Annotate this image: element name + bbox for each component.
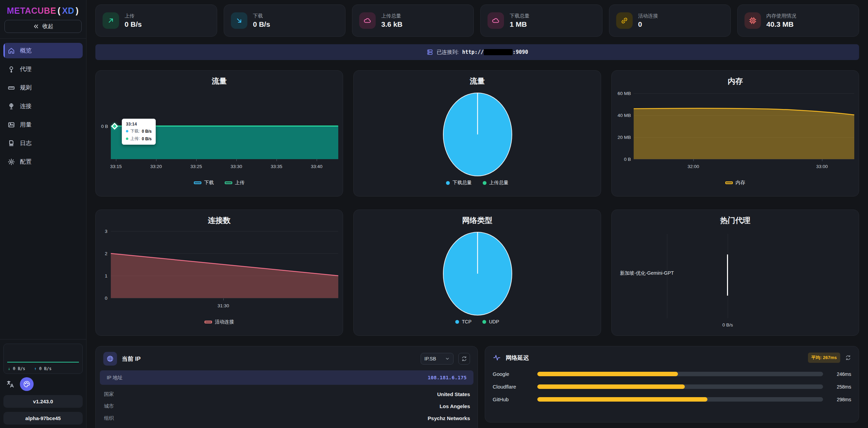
legend-item-tcp[interactable]: TCP [455, 319, 471, 324]
ip-provider-select[interactable]: IP.SB [421, 353, 454, 365]
sidebar-item-usage[interactable]: 用量 [3, 117, 83, 132]
sidebar-item-label: 用量 [20, 121, 32, 129]
sidebar-item-overview[interactable]: 概览 [3, 43, 83, 58]
network-type-pie-chart[interactable]: 网络类型 TCP UDP [353, 210, 601, 336]
cloud-download-icon [488, 12, 504, 29]
latency-bar-track [537, 397, 823, 402]
y-tick-label: 0 B [97, 124, 108, 129]
sidebar-item-label: 连接 [20, 102, 32, 110]
upload-icon [103, 12, 119, 29]
refresh-icon[interactable] [845, 355, 851, 361]
tooltip-row: 下载:0 B/s [126, 128, 152, 134]
sidebar-tools [3, 377, 83, 391]
panel-title: 网络延迟 [506, 354, 529, 362]
chevron-down-icon [445, 356, 450, 361]
legend-item-udp[interactable]: UDP [482, 319, 499, 324]
theme-button[interactable] [20, 377, 34, 391]
sparkline-upload: ↑ 0 B/s [34, 366, 52, 371]
server-icon [426, 49, 433, 56]
current-ip-panel: 当前 IP IP.SB IP 地址 108.181.6.175 [95, 346, 478, 428]
latency-row-google: Google 246ms [485, 368, 859, 380]
refresh-ip-button[interactable] [458, 353, 470, 365]
stat-value: 0 B/s [125, 20, 142, 28]
sidebar-item-label: 代理 [20, 65, 32, 73]
bottom-row: 当前 IP IP.SB IP 地址 108.181.6.175 [95, 346, 859, 428]
dashboard-app: METACUBE ( XD ) 收起 概览 代理 规则 [0, 0, 868, 428]
chart-tooltip: 33:14 下载:0 B/s 上传:0 B/s [122, 119, 156, 145]
ip-label: IP 地址 [107, 374, 122, 381]
stat-value: 40.3 MB [766, 20, 796, 28]
network-globe-icon [8, 103, 15, 110]
sidebar: METACUBE ( XD ) 收起 概览 代理 规则 [0, 0, 86, 428]
sidebar-item-config[interactable]: 配置 [3, 154, 83, 169]
charts-row-2: 连接数 3 2 1 0 31:30 活动连接 [95, 210, 859, 336]
logo-primary: METACUBE [7, 6, 56, 16]
x-tick [116, 159, 116, 161]
connections-chart[interactable]: 连接数 3 2 1 0 31:30 活动连接 [95, 210, 343, 336]
core-version-button[interactable]: v1.243.0 [3, 395, 83, 408]
x-tick-label: 0 B/s [717, 322, 738, 328]
ruler-icon [8, 84, 15, 92]
sparkline-labels: ↓ 0 B/s ↑ 0 B/s [8, 366, 80, 371]
globe-icon [103, 352, 117, 366]
usage-chart-icon [8, 121, 15, 129]
collapse-sidebar-button[interactable]: 收起 [4, 20, 82, 33]
charts-row-1: 流量 0 B 33:14 下载:0 B/s 上传:0 B/s 33:15 33:… [95, 70, 859, 197]
backend-connection-banner: 已连接到: http://:9090 [95, 44, 859, 60]
chart-legend: 下载总量 上传总量 [354, 180, 601, 186]
gear-icon [8, 158, 15, 166]
sidebar-item-label: 规则 [20, 84, 32, 92]
latency-bar-fill [537, 372, 678, 376]
ip-address-row: IP 地址 108.181.6.175 [100, 370, 473, 385]
download-icon [231, 12, 247, 29]
selected-provider: IP.SB [424, 356, 436, 361]
sidebar-item-rules[interactable]: 规则 [3, 80, 83, 95]
cloud-upload-icon [359, 12, 376, 29]
legend-marker [483, 181, 486, 185]
traffic-pie-chart[interactable]: 流量 下载总量 上传总量 [353, 70, 601, 197]
connections-area-graphic [96, 210, 343, 336]
ip-detail-row-country: 国家United States [96, 388, 478, 400]
x-tick [236, 159, 237, 161]
stat-card-upload: 上传0 B/s [95, 4, 217, 37]
ip-detail-row-org: 组织Psychz Networks [96, 412, 478, 424]
legend-item-active-connections[interactable]: 活动连接 [204, 319, 234, 325]
legend-marker [225, 181, 232, 184]
legend-item-download-total[interactable]: 下载总量 [446, 180, 472, 186]
link-icon [616, 12, 633, 29]
stat-card-memory: 内存使用情况40.3 MB [737, 4, 859, 37]
chart-legend: 内存 [612, 180, 859, 186]
ip-value: 108.181.6.175 [428, 375, 467, 380]
sidebar-nav: 概览 代理 规则 连接 用量 日志 [3, 43, 83, 169]
legend-item-upload[interactable]: 上传 [225, 180, 245, 186]
language-icon[interactable] [6, 380, 14, 388]
sidebar-item-label: 配置 [20, 158, 32, 166]
chart-title: 热门代理 [612, 215, 859, 226]
x-tick [693, 159, 694, 161]
legend-item-upload-total[interactable]: 上传总量 [483, 180, 508, 186]
stat-card-upload-total: 上传总量3.6 kB [352, 4, 474, 37]
latency-row-github: GitHub 298ms [485, 393, 859, 406]
sidebar-divider [0, 38, 86, 39]
pie-graphic [354, 210, 601, 336]
stat-label: 下载总量 [509, 13, 529, 19]
sidebar-item-connections[interactable]: 连接 [3, 98, 83, 114]
chart-title: 流量 [96, 76, 343, 86]
x-tick-label: 31:30 [215, 303, 232, 308]
legend-item-download[interactable]: 下载 [194, 180, 214, 186]
sidebar-item-proxies[interactable]: 代理 [3, 61, 83, 77]
home-icon [8, 47, 15, 55]
legend-item-memory[interactable]: 内存 [725, 180, 745, 186]
pie-graphic [354, 71, 601, 197]
tooltip-row: 上传:0 B/s [126, 136, 152, 142]
traffic-line-chart[interactable]: 流量 0 B 33:14 下载:0 B/s 上传:0 B/s 33:15 33:… [95, 70, 343, 197]
memory-chart[interactable]: 内存 60 MB 40 MB 20 MB 0 B 32:00 33:00 内存 [611, 70, 859, 197]
top-proxies-chart[interactable]: 热门代理 新加坡-优化-Gemini-GPT 0 B/s [611, 210, 859, 336]
sidebar-item-logs[interactable]: 日志 [3, 135, 83, 151]
banner-label: 已连接到: [437, 49, 459, 56]
latency-row-cloudflare: Cloudflare 258ms [485, 380, 859, 393]
latency-bar-fill [537, 397, 707, 402]
app-build-button[interactable]: alpha-97bce45 [3, 412, 83, 425]
proxy-category-label: 新加坡-优化-Gemini-GPT [620, 270, 674, 276]
legend-marker [482, 320, 486, 324]
